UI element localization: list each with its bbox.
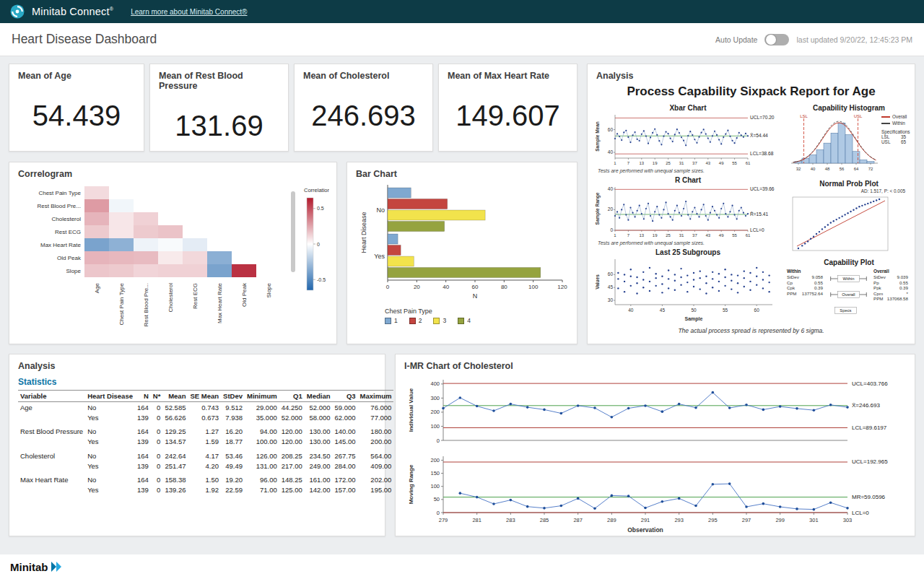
svg-text:0: 0 — [386, 284, 390, 290]
svg-text:20: 20 — [608, 206, 614, 212]
svg-text:Pp: Pp — [873, 280, 879, 285]
svg-text:LCL=0: LCL=0 — [750, 227, 764, 232]
svg-text:9.039: 9.039 — [897, 274, 909, 279]
xbar-note: Tests are performed with unequal sample … — [593, 167, 783, 175]
bar-chart-legend: Chest Pain Type1234 — [385, 308, 577, 324]
svg-text:9.058: 9.058 — [812, 274, 824, 279]
histogram-legend: OverallWithinSpecificationsLSL35USL65 — [881, 114, 912, 144]
svg-text:Cholesterol: Cholesterol — [167, 283, 174, 313]
minitab-connect-logo[interactable] — [10, 4, 25, 19]
sixpack-footnote: The actual process spread is represented… — [588, 327, 915, 334]
table-row: Yes1390139.261.9222.5971.00125.00142.001… — [18, 485, 393, 495]
table-row: Yes1390251.474.2049.49131.00217.00249.00… — [18, 461, 393, 471]
svg-text:30: 30 — [608, 297, 614, 302]
svg-text:Values: Values — [595, 274, 600, 290]
svg-text:Overall: Overall — [873, 269, 889, 274]
svg-text:40: 40 — [628, 308, 634, 313]
svg-text:0: 0 — [317, 242, 320, 247]
svg-text:55: 55 — [732, 161, 737, 165]
svg-text:Ppk: Ppk — [873, 285, 882, 290]
page-header: Heart Disease Dashboard Auto Update last… — [0, 23, 924, 56]
svg-text:UCL=192.965: UCL=192.965 — [852, 458, 888, 465]
svg-text:45: 45 — [608, 284, 614, 290]
normal-prob-plot-title: Normal Prob Plot — [785, 179, 912, 188]
heart-disease-bar-chart: 020406080100120NHeart DiseaseNoYes — [356, 180, 570, 305]
svg-text:283: 283 — [506, 517, 515, 523]
svg-text:43: 43 — [705, 233, 710, 238]
svg-text:Within: Within — [842, 277, 854, 281]
svg-text:60: 60 — [754, 308, 760, 313]
svg-text:61: 61 — [746, 161, 751, 165]
auto-update-toggle[interactable] — [764, 34, 789, 45]
svg-text:37: 37 — [692, 161, 697, 165]
table-row: Yes1390134.571.5918.77100.00120.00130.00… — [18, 437, 393, 447]
xbar-chart: 406017131925313743495561UCL=70.20X̄=54.4… — [593, 113, 783, 167]
svg-text:Heart Disease: Heart Disease — [360, 212, 367, 253]
svg-text:0.39: 0.39 — [814, 285, 824, 290]
svg-text:Old Peak: Old Peak — [57, 255, 82, 261]
svg-text:50: 50 — [434, 496, 440, 502]
svg-text:0: 0 — [437, 437, 440, 444]
kpi-card-mean-of-rest-blood-pressure: Mean of Rest Blood Pressure 131.69 — [149, 64, 289, 152]
svg-text:R̄=15.41: R̄=15.41 — [750, 212, 768, 217]
svg-text:291: 291 — [641, 517, 650, 523]
svg-text:72: 72 — [868, 167, 873, 171]
svg-text:43: 43 — [705, 161, 710, 165]
footer-minitab-logo[interactable]: Minitab — [10, 561, 48, 573]
capability-histogram: LSLUSL324048566472 — [785, 113, 882, 179]
sixpack-left-column: Xbar Chart 406017131925313743495561UCL=7… — [593, 103, 783, 323]
svg-text:Within: Within — [787, 269, 801, 274]
kpi-title: Mean of Cholesterol — [295, 64, 432, 81]
sixpack-analysis-panel: Analysis Process Capability Sixpack Repo… — [587, 64, 915, 344]
svg-text:45: 45 — [660, 308, 666, 313]
r-chart-title: R Chart — [593, 175, 783, 185]
svg-text:25: 25 — [666, 161, 671, 165]
panel-title: Correlogram — [9, 162, 336, 179]
svg-text:137752.64: 137752.64 — [802, 291, 824, 296]
svg-text:Rest ECG: Rest ECG — [192, 283, 199, 309]
bar-chart-panel: Bar Chart 020406080100120NHeart DiseaseN… — [346, 162, 578, 344]
svg-text:100: 100 — [430, 423, 440, 430]
svg-text:UCL=39.66: UCL=39.66 — [750, 186, 775, 191]
svg-text:LCL=38.68: LCL=38.68 — [750, 151, 774, 156]
svg-text:400: 400 — [430, 380, 440, 387]
svg-text:PPM: PPM — [787, 291, 796, 296]
svg-text:301: 301 — [809, 517, 819, 523]
svg-text:Cpm: Cpm — [873, 291, 883, 296]
minitab-arrow-icon — [51, 562, 62, 572]
svg-text:56: 56 — [840, 167, 845, 171]
svg-text:0.5: 0.5 — [317, 206, 324, 211]
dashboard-canvas: Mean of Age 54.439 Mean of Rest Blood Pr… — [0, 56, 924, 554]
svg-text:200: 200 — [430, 409, 440, 415]
svg-text:281: 281 — [472, 517, 481, 523]
svg-text:40: 40 — [443, 284, 449, 290]
table-row: Yes139056.6260.6737.93835.00052.00058.00… — [18, 412, 393, 422]
learn-more-link[interactable]: Learn more about Minitab Connect® — [131, 8, 247, 16]
svg-text:295: 295 — [708, 517, 718, 523]
svg-text:Cp: Cp — [787, 280, 793, 285]
scrollbar[interactable] — [291, 191, 295, 272]
svg-text:289: 289 — [607, 517, 616, 523]
kpi-card-mean-of-age: Mean of Age 54.439 — [9, 64, 144, 152]
svg-text:279: 279 — [439, 517, 448, 523]
sixpack-right-column: Capability Histogram LSLUSL324048566472 … — [785, 103, 912, 321]
auto-update-label: Auto Update — [715, 35, 757, 44]
svg-text:100: 100 — [528, 284, 539, 290]
svg-text:X̄=246.693: X̄=246.693 — [852, 402, 880, 409]
svg-text:Chest Pain Type: Chest Pain Type — [38, 190, 81, 196]
svg-text:37: 37 — [692, 233, 697, 238]
svg-text:100: 100 — [430, 483, 440, 489]
svg-text:285: 285 — [540, 517, 549, 523]
svg-text:Sample Mean: Sample Mean — [595, 121, 601, 152]
svg-text:297: 297 — [742, 517, 751, 523]
normal-prob-plot — [785, 194, 894, 258]
kpi-value: 131.69 — [150, 110, 288, 142]
svg-text:No: No — [376, 206, 385, 214]
brand-name: Minitab Connect® — [32, 6, 113, 17]
panel-title: Analysis — [9, 354, 385, 371]
svg-text:Sample Range: Sample Range — [595, 192, 601, 225]
correlogram-panel: Correlogram Chest Pain TypeRest Blood Pr… — [9, 162, 337, 344]
imr-chart: 0100200300400UCL=403.766X̄=246.693LCL=89… — [401, 374, 905, 534]
kpi-value: 246.693 — [295, 100, 432, 132]
svg-text:7: 7 — [627, 233, 630, 238]
